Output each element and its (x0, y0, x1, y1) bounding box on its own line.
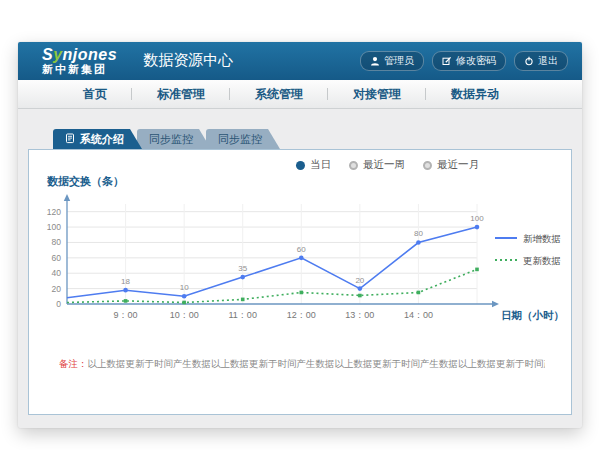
svg-text:新增数据: 新增数据 (523, 233, 561, 244)
app-window: Synjones 新中新集团 数据资源中心 管理员 修改密码 退出 首页 标准管… (18, 42, 582, 428)
logout-button[interactable]: 退出 (514, 51, 568, 71)
svg-text:12：00: 12：00 (287, 310, 316, 320)
app-header: Synjones 新中新集团 数据资源中心 管理员 修改密码 退出 (18, 42, 582, 80)
change-password-label: 修改密码 (456, 54, 496, 68)
tab-label: 同步监控 (218, 132, 262, 147)
svg-text:10：00: 10：00 (170, 310, 199, 320)
main-nav: 首页 标准管理 系统管理 对接管理 数据异动 (18, 80, 582, 109)
user-menu: 管理员 修改密码 退出 (360, 51, 568, 71)
radio-unselected-icon (423, 161, 432, 170)
svg-text:14：00: 14：00 (404, 310, 433, 320)
content-panel: 当日 最近一周 最近一月 数据交换（条） 0204060801001209：00… (28, 149, 572, 415)
tab-bar: 系统介绍 同步监控 同步监控 (53, 129, 582, 149)
svg-text:60: 60 (297, 245, 306, 254)
line-chart: 0204060801001209：0010：0011：0012：0013：001… (37, 192, 571, 334)
user-icon (370, 56, 380, 66)
svg-text:更新数据: 更新数据 (523, 255, 561, 266)
radio-unselected-icon (349, 161, 358, 170)
company-name: 新中新集团 (42, 64, 117, 76)
change-password-button[interactable]: 修改密码 (432, 51, 506, 71)
svg-text:80: 80 (414, 229, 423, 238)
tab-sync-monitor-1[interactable]: 同步监控 (137, 129, 211, 149)
brand-logo: Synjones 新中新集团 (42, 47, 117, 75)
note-prefix: 备注： (59, 358, 88, 369)
nav-item-system-mgmt[interactable]: 系统管理 (230, 80, 328, 108)
time-range-filters: 当日 最近一周 最近一月 (296, 158, 479, 172)
tab-sync-monitor-2[interactable]: 同步监控 (206, 129, 280, 149)
power-icon (524, 56, 534, 66)
admin-user-button[interactable]: 管理员 (360, 51, 424, 71)
nav-item-home[interactable]: 首页 (58, 80, 132, 108)
user-label: 管理员 (384, 54, 414, 68)
svg-text:60: 60 (52, 253, 62, 263)
svg-text:13：00: 13：00 (345, 310, 374, 320)
filter-label: 最近一月 (437, 158, 479, 172)
svg-text:20: 20 (355, 276, 364, 285)
svg-text:120: 120 (47, 207, 61, 217)
filter-label: 最近一周 (363, 158, 405, 172)
filter-last-month[interactable]: 最近一月 (423, 158, 479, 172)
svg-text:18: 18 (121, 277, 130, 286)
filter-label: 当日 (310, 158, 331, 172)
svg-text:10: 10 (180, 283, 189, 292)
page-title: 数据资源中心 (143, 51, 233, 72)
y-axis-label: 数据交换（条） (47, 174, 124, 189)
svg-text:9：00: 9：00 (114, 310, 138, 320)
footer-note: 备注：以上数据更新于时间产生数据以上数据更新于时间产生数据以上数据更新于时间产生… (59, 358, 545, 371)
tab-system-intro[interactable]: 系统介绍 (53, 129, 142, 149)
document-icon (65, 133, 75, 146)
nav-item-integration-mgmt[interactable]: 对接管理 (328, 80, 426, 108)
filter-today[interactable]: 当日 (296, 158, 331, 172)
svg-text:100: 100 (470, 214, 484, 223)
brand-name: Synjones (42, 47, 117, 64)
svg-text:20: 20 (52, 284, 62, 294)
svg-text:11：00: 11：00 (229, 310, 257, 320)
svg-text:100: 100 (47, 222, 61, 232)
tab-label: 同步监控 (149, 132, 193, 147)
nav-item-data-change[interactable]: 数据异动 (426, 80, 524, 108)
nav-item-standard-mgmt[interactable]: 标准管理 (132, 80, 230, 108)
svg-text:80: 80 (52, 237, 62, 247)
svg-text:日期（小时）: 日期（小时） (501, 309, 564, 322)
filter-last-week[interactable]: 最近一周 (349, 158, 405, 172)
svg-text:35: 35 (238, 264, 247, 273)
svg-text:0: 0 (56, 299, 61, 309)
logout-label: 退出 (538, 54, 558, 68)
radio-selected-icon (296, 161, 305, 170)
note-text: 以上数据更新于时间产生数据以上数据更新于时间产生数据以上数据更新于时间产生数据以… (88, 358, 546, 369)
svg-text:40: 40 (52, 268, 62, 278)
edit-icon (442, 56, 452, 66)
tab-label: 系统介绍 (80, 132, 124, 147)
